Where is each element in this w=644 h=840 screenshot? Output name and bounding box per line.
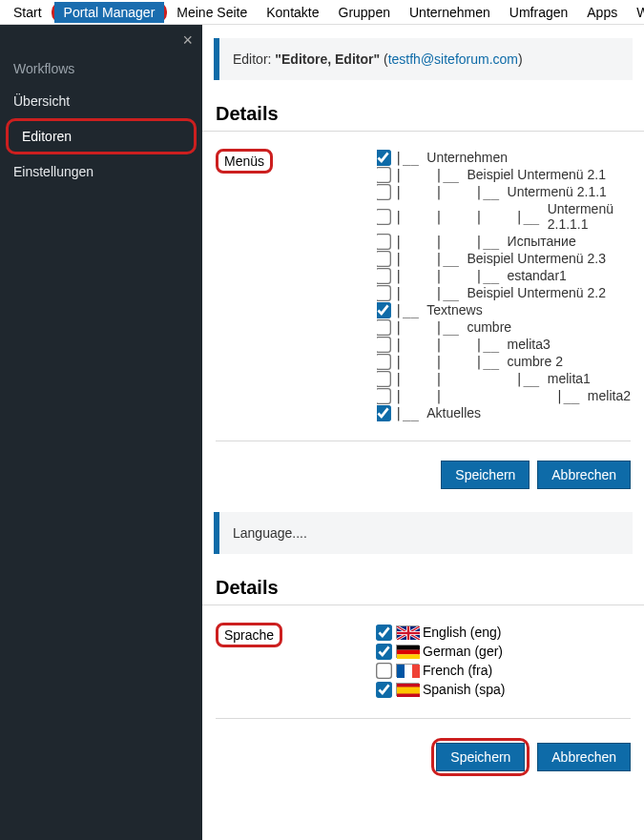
menu-tree-item[interactable]: | |__ Beispiel Untermenü 2.2 <box>377 284 631 301</box>
language-item[interactable]: German (ger) <box>378 642 631 661</box>
svg-rect-10 <box>412 665 420 678</box>
menu-checkbox[interactable] <box>377 354 391 370</box>
menu-item-label: Beispiel Untermenü 2.1 <box>467 167 606 182</box>
menu-tree-item[interactable]: | | |__ melita3 <box>377 336 631 353</box>
menu-tree-item[interactable]: | |__ Beispiel Untermenü 2.1 <box>377 166 631 183</box>
menu-item-label: melita3 <box>508 337 551 352</box>
language-checkbox[interactable] <box>376 682 392 698</box>
topnav-item[interactable]: Start <box>4 2 52 23</box>
menu-item-label: melita2 <box>588 388 631 403</box>
menu-item-label: Untermenü 2.1.1.1 <box>548 201 631 232</box>
menu-item-label: cumbre 2 <box>508 354 563 369</box>
menu-checkbox[interactable] <box>377 371 391 387</box>
menu-tree-item[interactable]: |__ Aktuelles <box>377 404 631 421</box>
svg-rect-7 <box>397 654 420 659</box>
topnav-item[interactable]: Apps <box>577 2 627 23</box>
menu-checkbox[interactable] <box>377 150 391 166</box>
sidebar-item[interactable]: Übersicht <box>0 86 202 116</box>
save-button-1[interactable]: Speichern <box>441 461 530 489</box>
menu-tree-item[interactable]: | |__ Beispiel Untermenü 2.3 <box>377 250 631 267</box>
sidebar-title: Workflows <box>0 25 202 86</box>
menu-tree-item[interactable]: | | |__ estandar1 <box>377 267 631 284</box>
de-flag-icon <box>396 645 419 658</box>
menu-checkbox[interactable] <box>377 268 391 284</box>
menu-item-label: Испытание <box>508 234 576 249</box>
sidebar-item[interactable]: Einstellungen <box>0 156 202 187</box>
menu-tree-item[interactable]: | | |__ melita1 <box>377 370 631 387</box>
svg-rect-4 <box>397 632 420 634</box>
menu-item-label: Textnews <box>426 302 482 318</box>
svg-rect-8 <box>397 665 405 678</box>
topnav-item[interactable]: Gruppen <box>329 2 400 23</box>
menu-checkbox[interactable] <box>377 405 391 421</box>
fr-flag-icon <box>396 664 419 677</box>
language-label: French (fra) <box>423 663 492 678</box>
menu-checkbox[interactable] <box>377 337 391 353</box>
language-checkbox[interactable] <box>376 663 392 679</box>
menu-tree-item[interactable]: |__ Unternehmen <box>377 149 631 166</box>
language-bar: Language.... <box>214 512 633 554</box>
language-checkbox[interactable] <box>376 644 392 660</box>
menu-tree-item[interactable]: | | |__ Untermenü 2.1.1 <box>377 183 631 200</box>
sprache-label: Sprache <box>216 623 282 647</box>
menu-checkbox[interactable] <box>377 184 391 200</box>
svg-rect-9 <box>405 665 412 678</box>
sidebar-item[interactable]: Editoren <box>9 121 194 152</box>
menu-item-label: cumbre <box>467 319 511 335</box>
editor-prefix: Editor: <box>233 51 271 67</box>
menu-checkbox[interactable] <box>377 388 391 404</box>
topnav-item[interactable]: Unternehmen <box>400 2 500 23</box>
svg-rect-5 <box>397 645 420 650</box>
language-label: English (eng) <box>423 625 502 640</box>
menu-tree[interactable]: |__ Unternehmen| |__ Beispiel Untermenü … <box>377 149 631 421</box>
menu-tree-item[interactable]: | | |__ cumbre 2 <box>377 353 631 370</box>
sidebar: × Workflows ÜbersichtEditorenEinstellung… <box>0 25 202 840</box>
language-list: English (eng)German (ger)French (fra)Spa… <box>378 623 631 699</box>
sidebar-items: ÜbersichtEditorenEinstellungen <box>0 86 202 187</box>
menu-item-label: melita1 <box>548 371 591 386</box>
es-flag-icon <box>396 683 419 696</box>
language-item[interactable]: French (fra) <box>378 661 631 680</box>
menu-checkbox[interactable] <box>377 234 391 250</box>
menu-tree-item[interactable]: |__ Textnews <box>377 301 631 318</box>
menu-tree-item[interactable]: | | |__ Испытание <box>377 233 631 250</box>
menu-item-label: estandar1 <box>508 268 567 283</box>
menu-item-label: Unternehmen <box>426 150 508 165</box>
save-button-2[interactable]: Speichern <box>436 743 525 771</box>
topnav-item[interactable]: Portal Manager <box>54 2 165 23</box>
menu-item-label: Aktuelles <box>426 405 481 420</box>
top-nav: StartPortal ManagerMeine SeiteKontakteGr… <box>0 0 644 25</box>
editor-name: "Editore, Editor" <box>275 51 380 67</box>
language-label: Spanish (spa) <box>423 682 505 697</box>
language-item[interactable]: Spanish (spa) <box>378 680 631 699</box>
menu-checkbox[interactable] <box>377 285 391 301</box>
topnav-item[interactable]: Kontakte <box>257 2 328 23</box>
menu-item-label: Beispiel Untermenü 2.3 <box>467 251 606 266</box>
menu-checkbox[interactable] <box>377 302 391 318</box>
main-content: Editor: "Editore, Editor" (testfh@sitefo… <box>202 25 644 840</box>
editor-email-link[interactable]: testfh@siteforum.com <box>388 51 518 67</box>
menu-item-label: Beispiel Untermenü 2.2 <box>467 285 606 300</box>
menu-checkbox[interactable] <box>377 209 391 225</box>
language-checkbox[interactable] <box>376 625 392 641</box>
menus-label: Menüs <box>216 149 273 174</box>
menu-tree-item[interactable]: | | |__ melita2 <box>377 387 631 404</box>
language-label: German (ger) <box>423 644 503 659</box>
language-item[interactable]: English (eng) <box>378 623 631 642</box>
topnav-item[interactable]: Meine Seite <box>167 2 257 23</box>
menu-checkbox[interactable] <box>377 167 391 183</box>
close-icon[interactable]: × <box>182 31 193 51</box>
uk-flag-icon <box>396 625 419 639</box>
menu-tree-item[interactable]: | |__ cumbre <box>377 318 631 336</box>
menu-checkbox[interactable] <box>377 319 391 336</box>
editor-info-bar: Editor: "Editore, Editor" (testfh@sitefo… <box>214 38 633 80</box>
topnav-item[interactable]: Umfragen <box>500 2 577 23</box>
topnav-item[interactable]: We <box>627 2 644 23</box>
menu-item-label: Untermenü 2.1.1 <box>508 184 607 199</box>
svg-rect-6 <box>397 650 420 655</box>
menu-checkbox[interactable] <box>377 251 391 267</box>
menu-tree-item[interactable]: | | | |__ Untermenü 2.1.1.1 <box>377 200 631 233</box>
cancel-button-1[interactable]: Abbrechen <box>537 461 631 489</box>
cancel-button-2[interactable]: Abbrechen <box>537 743 631 771</box>
svg-rect-12 <box>397 687 420 694</box>
